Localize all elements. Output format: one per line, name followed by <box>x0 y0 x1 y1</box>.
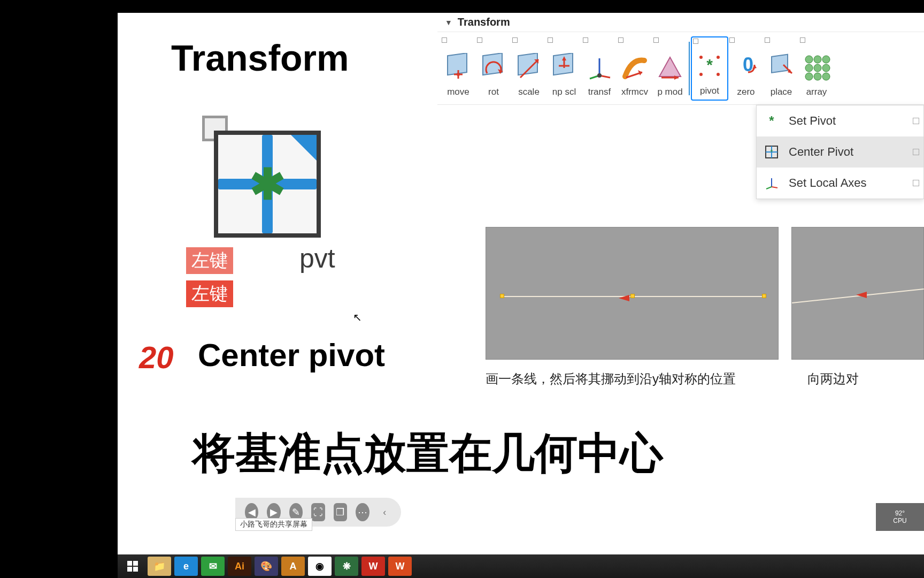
svg-rect-0 <box>448 53 467 75</box>
slide-content: Transform ▼ Transform move rot scale <box>118 13 924 554</box>
svg-point-25 <box>814 56 821 63</box>
tool-array[interactable]: array <box>799 36 834 101</box>
tool-label: p mod <box>657 87 682 97</box>
tool-rot[interactable]: rot <box>476 36 511 101</box>
palette-icon[interactable]: 🎨 <box>255 557 278 576</box>
dd-label: Set Local Axes <box>789 176 867 190</box>
scale-icon <box>513 51 544 82</box>
tool-npscl[interactable]: np scl <box>546 36 582 101</box>
tool-place[interactable]: place <box>764 36 799 101</box>
transf-icon <box>584 51 615 82</box>
midpoint-dot <box>630 294 635 298</box>
svg-point-30 <box>805 73 813 80</box>
pvt-label: pvt <box>299 243 335 274</box>
pivot-dropdown: * Set Pivot * Center Pivot Set Local Axe… <box>756 105 924 199</box>
viewport-preview-1 <box>486 227 779 360</box>
wps-icon[interactable]: W <box>388 557 412 576</box>
step-heading: Center pivot <box>198 337 385 374</box>
svg-point-32 <box>822 73 830 80</box>
svg-point-11 <box>597 73 602 78</box>
dd-center-pivot[interactable]: * Center Pivot <box>757 136 923 168</box>
tool-scale[interactable]: scale <box>511 36 546 101</box>
svg-rect-22 <box>772 54 788 72</box>
svg-rect-42 <box>127 567 132 572</box>
svg-rect-40 <box>127 561 132 566</box>
tool-label: np scl <box>552 87 576 97</box>
center-pivot-icon: * <box>763 143 780 161</box>
dd-set-pivot[interactable]: * Set Pivot <box>757 105 923 136</box>
star-icon: * <box>763 112 780 130</box>
tool-transf[interactable]: transf <box>582 36 617 101</box>
svg-point-15 <box>699 56 703 59</box>
option-box-icon[interactable] <box>913 180 919 186</box>
transform-toolbar: move rot scale np scl <box>437 32 924 105</box>
app-w-icon[interactable]: W <box>361 557 385 576</box>
start-button[interactable] <box>121 557 144 576</box>
tool-move[interactable]: move <box>441 36 476 101</box>
top-letterbox <box>0 0 924 13</box>
dd-set-local-axes[interactable]: Set Local Axes <box>757 168 923 199</box>
transform-panel-header[interactable]: ▼ Transform <box>437 13 924 32</box>
launcher-icon[interactable] <box>618 37 623 43</box>
copy-button[interactable]: ❐ <box>334 503 347 521</box>
launcher-icon[interactable] <box>693 39 698 44</box>
svg-text:*: * <box>706 56 713 73</box>
left-letterbox <box>0 0 118 578</box>
launcher-icon[interactable] <box>442 37 447 43</box>
tool-label: array <box>806 87 827 97</box>
temp-value: 92° <box>895 509 905 517</box>
tool-label: place <box>771 87 792 97</box>
edge-icon[interactable]: e <box>174 557 198 576</box>
dd-label: Set Pivot <box>789 114 836 128</box>
tool-label: move <box>447 87 469 97</box>
tool-zero[interactable]: 0 zero <box>728 36 764 101</box>
launcher-icon[interactable] <box>729 37 735 43</box>
cursor-icon: ↖ <box>353 311 362 324</box>
collapse-triangle-icon[interactable]: ▼ <box>445 18 452 27</box>
tool-pivot[interactable]: * pivot <box>691 36 728 101</box>
zero-icon: 0 <box>730 51 761 82</box>
svg-point-29 <box>822 64 830 72</box>
slide-title: Transform <box>171 37 349 79</box>
launcher-icon[interactable] <box>800 37 805 43</box>
explorer-icon[interactable]: 📁 <box>148 557 171 576</box>
array-icon <box>801 51 832 82</box>
arrow-icon <box>856 292 867 298</box>
chrome-icon[interactable]: ◉ <box>308 557 332 576</box>
launcher-icon[interactable] <box>583 37 588 43</box>
npscale-icon <box>549 51 580 82</box>
launcher-icon[interactable] <box>765 37 770 43</box>
svg-point-16 <box>717 56 720 59</box>
wechat-icon[interactable]: ✉ <box>201 557 225 576</box>
pmod-icon <box>654 51 686 82</box>
left-click-badge: 左键 <box>186 280 233 307</box>
dd-label: Center Pivot <box>789 145 853 159</box>
tool-pmod[interactable]: p mod <box>652 36 688 101</box>
endpoint-dot <box>500 294 504 298</box>
expand-button[interactable]: ⛶ <box>311 503 325 521</box>
tool-label: xfrmcv <box>621 87 648 97</box>
system-monitor: 92° CPU <box>876 503 924 531</box>
illustrator-icon[interactable]: Ai <box>228 557 251 576</box>
pivot-icon: * <box>694 50 725 81</box>
svg-line-39 <box>772 187 777 188</box>
option-box-icon[interactable] <box>913 118 919 124</box>
launcher-icon[interactable] <box>512 37 518 43</box>
launcher-icon[interactable] <box>653 37 659 43</box>
more-button[interactable]: ⋯ <box>356 503 369 521</box>
settings-icon[interactable]: ❋ <box>335 557 358 576</box>
arrow-icon <box>619 295 629 301</box>
rotate-icon <box>478 51 509 82</box>
app-icon[interactable]: A <box>281 557 305 576</box>
panel-title: Transform <box>458 16 510 28</box>
launcher-icon[interactable] <box>548 37 553 43</box>
cpu-label: CPU <box>893 517 906 524</box>
svg-point-18 <box>717 73 720 76</box>
collapse-button[interactable]: ‹ <box>378 503 391 521</box>
svg-point-27 <box>805 64 813 72</box>
svg-point-17 <box>699 73 703 76</box>
windows-taskbar[interactable]: 📁 e ✉ Ai 🎨 A ◉ ❋ W W <box>118 554 924 578</box>
option-box-icon[interactable] <box>913 149 919 155</box>
tool-xfrmcv[interactable]: xfrmcv <box>617 36 652 101</box>
launcher-icon[interactable] <box>477 37 482 43</box>
